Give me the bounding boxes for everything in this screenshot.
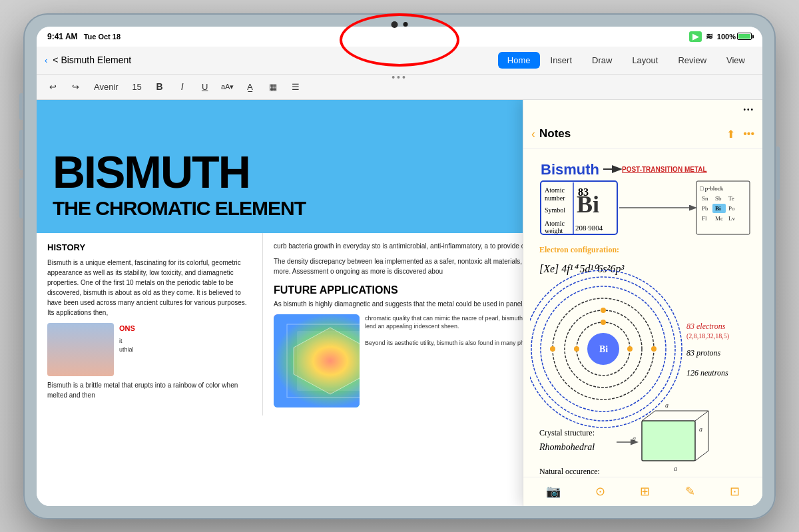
battery-fill	[738, 34, 750, 39]
notes-title: Notes	[539, 127, 726, 140]
video-icon: ▶	[689, 31, 702, 42]
tab-home[interactable]: Home	[498, 52, 540, 69]
status-bar: 9:41 AM Tue Oct 18 ▶ ≋ 100%	[37, 27, 762, 47]
notes-table-icon[interactable]: ⊞	[640, 484, 650, 499]
italic-button[interactable]: I	[174, 79, 190, 95]
svg-text:Bi: Bi	[577, 191, 599, 218]
notes-header: ‹ Notes ⬆ •••	[523, 120, 762, 149]
svg-text:a: a	[665, 401, 668, 409]
svg-text:83 protons: 83 protons	[686, 348, 721, 358]
font-size[interactable]: 15	[129, 82, 145, 92]
tab-insert[interactable]: Insert	[541, 52, 582, 69]
toolbar-tabs: Home Insert Draw Layout Review View	[498, 52, 754, 69]
svg-text:Rhombohedral: Rhombohedral	[539, 442, 595, 452]
bottom-history-text: Bismuth is a brittle metal that erupts i…	[47, 380, 252, 400]
notes-gallery-icon[interactable]: ⊙	[595, 484, 605, 499]
svg-text:(2,8,18,32,18,5): (2,8,18,32,18,5)	[686, 332, 729, 340]
svg-point-41	[601, 308, 606, 313]
back-icon: ‹	[45, 55, 47, 65]
camera-area	[392, 21, 408, 28]
svg-text:Electron configuration:: Electron configuration:	[539, 245, 619, 254]
undo-button[interactable]: ↩	[45, 79, 61, 95]
col-left: HISTORY Bismuth is a unique element, fas…	[37, 233, 263, 415]
battery-percent: 100%	[717, 33, 736, 41]
notes-bottom-bar: 📷 ⊙ ⊞ ✎ ⊡	[523, 477, 762, 506]
svg-text:Sn: Sn	[702, 195, 708, 202]
status-right: ▶ ≋ 100%	[689, 31, 752, 42]
history-text: Bismuth is a unique element, fascinating…	[47, 258, 252, 318]
mute-button[interactable]	[19, 178, 23, 218]
svg-text:Natural occurence:: Natural occurence:	[539, 467, 600, 476]
svg-text:Po: Po	[728, 205, 735, 212]
volume-down-button[interactable]	[19, 130, 23, 170]
battery-icon	[737, 33, 752, 40]
notes-status-bar: •••	[523, 100, 762, 120]
notes-content: Bismuth POST-TRANSITION METAL	[523, 149, 762, 477]
bismuth-notes-sketch: Bismuth POST-TRANSITION METAL	[530, 156, 756, 477]
scene: 9:41 AM Tue Oct 18 ▶ ≋ 100% •••	[0, 0, 799, 532]
svg-text:Bi: Bi	[599, 344, 608, 354]
notes-share-icon[interactable]: ⬆	[726, 128, 735, 140]
wifi-icon: ≋	[706, 31, 713, 41]
notes-camera-icon[interactable]: 📷	[546, 484, 561, 499]
camera-dot	[392, 21, 398, 28]
toolbar: ‹ < Bismuth Element Home Insert Draw Lay…	[37, 47, 762, 75]
redo-button[interactable]: ↪	[67, 79, 83, 95]
content-area: BISMUTH THE CHROMATIC ELEMENT HISTORY Bi…	[37, 100, 762, 506]
svg-text:Bi: Bi	[715, 205, 721, 212]
svg-text:Mc: Mc	[715, 215, 723, 222]
svg-point-43	[574, 346, 579, 352]
status-time-date: 9:41 AM Tue Oct 18	[47, 32, 121, 41]
svg-text:Atomic: Atomic	[545, 186, 565, 194]
status-time: 9:41 AM	[47, 32, 78, 41]
svg-text:weight: weight	[545, 227, 563, 234]
svg-text:Atomic: Atomic	[545, 220, 565, 227]
status-date: Tue Oct 18	[84, 33, 121, 41]
bold-button[interactable]: B	[152, 79, 168, 95]
notes-dots: •••	[743, 106, 754, 113]
highlight-button[interactable]: ▦	[265, 79, 281, 95]
notes-pen-icon[interactable]: ✎	[685, 484, 695, 499]
text-size-button[interactable]: aA▾	[220, 79, 236, 95]
tab-review[interactable]: Review	[668, 52, 716, 69]
svg-text:a: a	[633, 435, 636, 442]
svg-text:Te: Te	[728, 195, 734, 202]
battery: 100%	[717, 33, 752, 41]
microphone-dot	[403, 22, 408, 27]
svg-text:□ p-block: □ p-block	[700, 185, 724, 192]
power-button[interactable]	[776, 146, 780, 200]
tab-draw[interactable]: Draw	[583, 52, 621, 69]
tab-view[interactable]: View	[717, 52, 754, 69]
svg-text:Lv: Lv	[728, 215, 735, 222]
history-title: HISTORY	[47, 241, 252, 254]
svg-line-55	[695, 411, 708, 421]
svg-text:Bismuth: Bismuth	[541, 161, 599, 178]
back-button[interactable]: ‹ < Bismuth Element	[45, 55, 131, 65]
svg-text:83 electrons: 83 electrons	[686, 322, 726, 331]
ipad-frame: 9:41 AM Tue Oct 18 ▶ ≋ 100% •••	[23, 13, 776, 519]
notes-panel: ••• ‹ Notes ⬆ •••	[523, 100, 762, 506]
svg-text:Symbol: Symbol	[545, 206, 565, 214]
svg-text:126 neutrons: 126 neutrons	[686, 368, 728, 378]
font-selector[interactable]: Avenir	[90, 81, 123, 93]
doc-title: < Bismuth Element	[53, 55, 131, 65]
svg-text:Crystal structure:: Crystal structure:	[539, 428, 595, 437]
underline-button[interactable]: U	[197, 79, 213, 95]
ipad-screen: 9:41 AM Tue Oct 18 ▶ ≋ 100% •••	[37, 27, 762, 506]
notes-back-button[interactable]: ‹	[531, 127, 535, 141]
text-color-button[interactable]: A̲	[242, 79, 258, 95]
tab-layout[interactable]: Layout	[623, 52, 667, 69]
list-button[interactable]: ☰	[288, 79, 304, 95]
svg-text:a: a	[699, 425, 702, 433]
notes-more-icon[interactable]: •••	[743, 128, 754, 140]
svg-text:Pb: Pb	[702, 205, 708, 212]
notes-compose-icon[interactable]: ⊡	[730, 484, 740, 499]
three-dots-center: •••	[392, 72, 407, 83]
svg-text:number: number	[545, 194, 565, 202]
aside-text: ONS ituthial	[119, 323, 252, 376]
svg-text:a: a	[674, 465, 677, 472]
svg-text:Sb: Sb	[715, 195, 722, 202]
svg-text:POST-TRANSITION METAL: POST-TRANSITION METAL	[622, 166, 707, 173]
svg-line-58	[695, 451, 708, 461]
volume-up-button[interactable]	[19, 93, 23, 120]
